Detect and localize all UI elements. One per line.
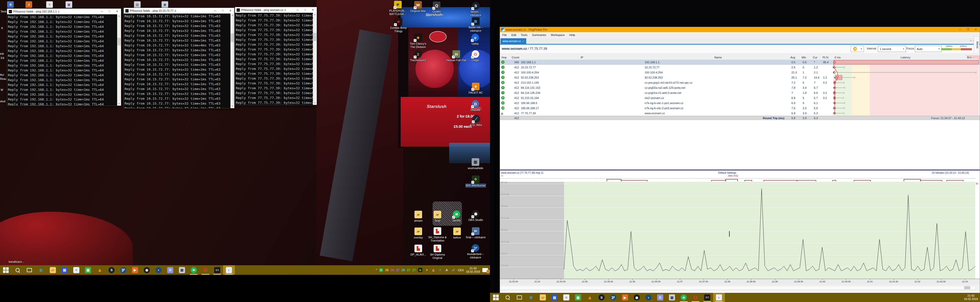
taskbar-right-start-button[interactable] <box>490 293 502 302</box>
taskbar-left-cmd[interactable]: C:\ <box>211 265 223 275</box>
notification-icon[interactable]: 3 <box>482 268 488 272</box>
desktop-icon-pubg[interactable]: P↗PLAYERUN... BATTLEGR... <box>387 1 409 16</box>
scroll-up-icon[interactable]: ▲ <box>231 14 234 17</box>
taskbar-right-pingplotter[interactable]: ◗ <box>713 293 725 302</box>
taskbar-left-vlc[interactable]: ▲ <box>94 265 106 275</box>
scroll-thumb[interactable] <box>118 38 121 45</box>
scroll-thumb[interactable] <box>313 33 317 41</box>
cmd-window-2[interactable]: C:\Příkazový řádek - ping 10.15.72.77 -t… <box>124 8 234 108</box>
pause-dropdown-arrow[interactable]: ▼ <box>859 46 864 52</box>
taskbar-left-media-player[interactable]: ▶ <box>129 265 141 275</box>
cmd-titlebar[interactable]: C:\Příkazový řádek - ping 10.15.72.77 -t… <box>124 8 234 14</box>
desktop-icon-spotify[interactable]: ≋↗Spotify <box>445 210 468 222</box>
desktop-icon-the-division[interactable]: ◈↗Tom Clancy's The Division <box>407 34 429 49</box>
cmd-titlebar[interactable]: C:\Příkazový řádek - ping 192.168.1.1 -t… <box>7 9 121 14</box>
desktop-icon-human-fall-flat[interactable]: H↗Human Fall Flat <box>445 50 467 62</box>
cmd-titlebar[interactable]: C:\Příkazový řádek - ping seznam.cz -t—□… <box>235 7 317 13</box>
taskbar-left-notepad[interactable]: ≡ <box>70 265 82 275</box>
col-count[interactable]: Count <box>512 56 519 59</box>
close-button[interactable]: ✕ <box>227 8 234 14</box>
col-hop[interactable]: Hop <box>501 56 507 59</box>
taskbar-right-media-player[interactable]: ▶ <box>619 293 631 302</box>
new-tab-button[interactable]: + <box>520 39 525 43</box>
tray-chevron-icon[interactable]: ^ <box>375 269 377 272</box>
target-address[interactable]: www.seznam.cz / 77.75.77.39 <box>502 47 547 51</box>
taskbar-left-thunderbird[interactable]: 🕊 <box>118 265 129 275</box>
azure-tray-icon[interactable]: A <box>438 268 442 272</box>
taskbar-right-voice-app[interactable]: ◖ <box>643 293 654 302</box>
col-name[interactable]: Name <box>714 56 722 59</box>
taskbar-right-spotify[interactable]: ≋ <box>678 293 690 302</box>
col-ip[interactable]: IP <box>581 56 583 59</box>
ship-tray-icon[interactable]: ⛵ <box>431 268 436 272</box>
desktop-icon-the-division-2[interactable]: 2↗TheDivision2 <box>407 50 429 62</box>
desktop-icon-snip-folder[interactable]: ▰Snip <box>426 211 449 223</box>
taskbar-left-floppy-app[interactable]: ▤ <box>59 265 70 275</box>
pingplotter-titlebar[interactable]: www.seznam.cz - PingPlotter Pro — ❐ ✕ <box>500 27 980 32</box>
cmd-window-1[interactable]: C:\Příkazový řádek - ping 192.168.1.1 -t… <box>7 8 121 106</box>
interval-select[interactable]: 1 second▼ <box>878 46 906 52</box>
desktop-icon-stream-folder[interactable]: ▰stream <box>407 211 429 223</box>
scrollbar-thumb[interactable] <box>964 286 970 289</box>
minimize-button[interactable]: — <box>294 7 301 13</box>
taskbar-right-notepad[interactable]: ≡ <box>560 293 572 302</box>
scroll-down-icon[interactable]: ▼ <box>231 105 234 108</box>
desktop-top-icon-4[interactable]: ▤ <box>134 1 141 8</box>
cmd-scrollbar[interactable]: ▲▼ <box>117 14 121 106</box>
close-button[interactable]: ✕ <box>113 9 121 14</box>
taskbar-left-file-explorer[interactable]: ▱ <box>47 265 59 275</box>
taskbar-right-obs-studio[interactable]: ◉ <box>631 293 643 302</box>
taskbar-right-opera[interactable]: O <box>690 293 701 302</box>
taskbar-clock[interactable]: 21:4318.02.2019 <box>466 267 480 273</box>
menu-file[interactable]: File <box>500 33 509 37</box>
desktop-icon-dp-hlavi[interactable]: ▙DP_HLAVI... <box>407 245 429 256</box>
timeline-settings-label[interactable]: Default Settings <box>718 172 736 174</box>
taskbar-left-steam[interactable]: S <box>106 265 118 275</box>
desktop-icon-faceit-ac[interactable]: ▼↗FACEIT AC <box>465 83 487 94</box>
desktop-icon-battlenet[interactable]: B↗Battle.net – zástupce <box>465 17 487 32</box>
taskbar-right-task-view-button[interactable] <box>514 293 525 302</box>
taskbar-left-edge[interactable]: e <box>35 265 47 275</box>
desktop-icon-msi-afterburner[interactable]: ✈↗MSI Afterburner <box>465 175 487 187</box>
scroll-down-icon[interactable]: ▼ <box>313 101 317 105</box>
col-min[interactable]: Min <box>802 56 806 59</box>
maximize-button[interactable]: ❐ <box>964 27 972 32</box>
desktop-icon-origin[interactable]: O↗Origin <box>465 50 487 62</box>
timeline-range-label[interactable]: 10 minutes (21:33:13 - 21:43:13) <box>932 172 969 174</box>
desktop-icon-snip-shortcut[interactable]: ✂↗Snip – zástupce <box>465 227 487 239</box>
close-button[interactable]: ✕ <box>972 27 980 32</box>
taskbar-left-task-view-button[interactable] <box>24 265 35 275</box>
col-avg[interactable]: Avg <box>791 56 795 59</box>
taskbar-left-green-app[interactable]: ▥ <box>82 265 94 275</box>
menu-help[interactable]: Help <box>567 33 578 37</box>
taskbar-left-spotify[interactable]: ≋ <box>188 265 200 275</box>
scroll-down-icon[interactable]: ▼ <box>117 102 121 106</box>
taskbar-right-hw-monitor[interactable]: ▦ <box>666 293 678 302</box>
plane-tray-icon[interactable]: ✈ <box>425 268 429 272</box>
network-tray-icon[interactable]: 🖧 <box>445 268 449 272</box>
focus-select[interactable]: Auto▼ <box>915 46 942 52</box>
menu-edit[interactable]: Edit <box>509 33 519 37</box>
taskbar-left-discord[interactable]: D <box>164 265 176 275</box>
menu-summaries[interactable]: Summaries <box>530 33 549 37</box>
pause-button[interactable] <box>851 46 859 52</box>
desktop-icon-wushowhide[interactable]: ▦wushowhide <box>465 158 487 170</box>
menu-workspace[interactable]: Workspace <box>549 33 567 37</box>
desktop-top-icon-3[interactable]: ▦ <box>65 1 72 8</box>
maximize-button[interactable]: □ <box>219 8 227 14</box>
nvidia-tray-icon[interactable]: ◉ <box>418 268 422 272</box>
minimize-button[interactable]: — <box>956 27 964 32</box>
language-indicator[interactable]: CES <box>458 269 464 272</box>
taskbar-right-search-button[interactable] <box>502 293 514 302</box>
taskbar-right-discord[interactable]: D <box>654 293 666 302</box>
scroll-up-icon[interactable]: ▲ <box>117 14 121 18</box>
desktop-top-icon-0[interactable]: 🖥 <box>7 1 14 8</box>
desktop-icon-zombie-army-trilogy[interactable]: ★↗Zombie Army Trilogy <box>387 18 409 33</box>
taskbar-right-file-explorer[interactable]: ▱ <box>537 293 549 302</box>
taskbar-right-vlc[interactable]: ▲ <box>584 293 596 302</box>
desktop-icon-thunderbird[interactable]: 🕊↗thunderbird – zástupce <box>465 244 487 259</box>
alerts-side-tab[interactable]: Alerts <box>974 36 979 54</box>
desktop-icon-overlay-folder[interactable]: ▰overlay <box>407 227 429 239</box>
menu-tools[interactable]: Tools <box>519 33 530 37</box>
desktop-top-icon-1[interactable]: a <box>25 1 32 8</box>
